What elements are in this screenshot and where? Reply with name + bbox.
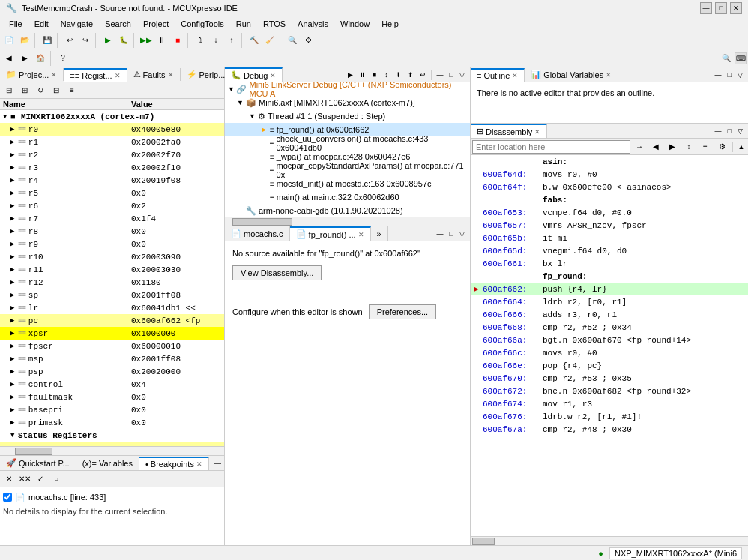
reg-hscrollbar[interactable] [0,446,224,455]
reg-row-r1[interactable]: ▶ ≡≡ r1 0x20002fa0 [0,136,224,148]
toolbar-stepinto-btn[interactable]: ↓ [208,33,223,48]
toolbar2-home-btn[interactable]: 🏠 [33,51,48,66]
tab-registers[interactable]: ≡≡ Regist... ✕ [64,68,127,82]
reg-hscroll-thumb[interactable] [15,448,52,455]
toolbar-new-btn[interactable]: 📄 [1,33,16,48]
outline-menu[interactable]: ▽ [735,70,745,79]
tab-fp-round-close[interactable]: ✕ [358,231,364,238]
breakpoint-checkbox[interactable] [3,493,12,502]
menu-search[interactable]: Search [99,18,137,30]
reg-expand-all[interactable]: ⊞ [17,83,32,98]
tab-project-close[interactable]: ✕ [51,71,57,79]
disasm-back-btn[interactable]: ◀ [648,139,663,154]
tab-outline-close[interactable]: ✕ [512,72,518,79]
disasm-row-66a[interactable]: 600af66a: bgt.n 0x600af670 <fp_round+14> [471,334,748,346]
source-panel-maximize[interactable]: □ [447,229,456,238]
menu-edit[interactable]: Edit [28,18,55,30]
toolbar-clean-btn[interactable]: 🧹 [262,33,277,48]
tab-disassembly-close[interactable]: ✕ [534,128,540,136]
debug-thread-row[interactable]: ▼ ⚙ Thread #1 1 (Suspended : Step) [225,109,470,123]
debug-ctrl-7[interactable]: ↩ [417,70,428,80]
reg-row-msp[interactable]: ▶ ≡≡ msp 0x2001ff08 [0,352,224,365]
reg-row-fpscr[interactable]: ▶ ≡≡ fpscr 0x60000010 [0,340,224,352]
toolbar2-search-icon[interactable]: 🔍 [719,51,734,66]
reg-filter[interactable]: ≡ [64,83,79,98]
debug-hscroll-thumb[interactable] [232,218,292,226]
menu-help[interactable]: Help [375,18,405,30]
tab-global-vars-close[interactable]: ✕ [606,71,612,79]
source-panel-minimize[interactable]: — [435,229,446,238]
debug-panel-minimize[interactable]: — [435,70,446,79]
debug-ctrl-6[interactable]: ⬆ [405,70,416,80]
tab-registers-close[interactable]: ✕ [115,72,121,79]
reg-row-r10[interactable]: ▶ ≡≡ r10 0x20003090 [0,250,224,263]
bp-removeall-btn[interactable]: ✕✕ [17,472,32,487]
menu-configtools[interactable]: ConfigTools [175,18,229,30]
menu-project[interactable]: Project [137,18,175,30]
reg-row-r7[interactable]: ▶ ≡≡ r7 0x1f4 [0,212,224,225]
reg-row-r5[interactable]: ▶ ≡≡ r5 0x0 [0,187,224,199]
disasm-row-664[interactable]: 600af664: ldrb r2, [r0, r1] [471,295,748,308]
bp-disable-btn[interactable]: ○ [49,472,64,487]
bottom-panel-minimize[interactable]: — [212,459,223,468]
disasm-fp-round-label[interactable]: fp_round: [471,270,748,283]
tab-mocachs[interactable]: 📄 mocachs.c [225,226,290,241]
disasm-row-672[interactable]: 600af672: bne.n 0x600af682 <fp_round+32> [471,385,748,397]
disasm-settings-btn[interactable]: ⚙ [714,139,729,154]
debug-ctrl-2[interactable]: ⏸ [358,70,368,80]
disassembly-maximize[interactable]: □ [726,127,734,136]
toolbar2-back-btn[interactable]: ◀ [1,51,16,66]
disasm-row-64f[interactable]: 600af64f: b.w 0x600efe00 <_asinacos> [471,181,748,193]
disasm-asin-label[interactable]: asin: [471,155,748,168]
reg-row-r0[interactable]: ▶ ≡≡ r0 0x40005e80 [0,123,224,136]
reg-row-r6[interactable]: ▶ ≡≡ r6 0x2 [0,199,224,212]
disasm-goto-btn[interactable]: → [632,139,647,154]
tab-outline[interactable]: ≡ Outline ✕ [471,68,525,82]
source-panel-menu[interactable]: ▽ [457,229,467,238]
toolbar-run-btn[interactable]: ▶ [100,33,115,48]
reg-row-lr[interactable]: ▶ ≡≡ lr 0x60041db1 << [0,301,224,314]
bp-remove-btn[interactable]: ✕ [1,472,16,487]
reg-row-pc[interactable]: ▶ ≡≡ pc 0x600af662 <fp [0,314,224,327]
reg-row-r8[interactable]: ▶ ≡≡ r8 0x0 [0,225,224,238]
menu-file[interactable]: File [3,18,28,30]
reg-row-r3[interactable]: ▶ ≡≡ r3 0x20002f10 [0,161,224,174]
disasm-row-661[interactable]: 600af661: bx lr [471,257,748,270]
menu-window[interactable]: Window [334,18,375,30]
maximize-button[interactable]: □ [715,2,727,14]
outline-minimize[interactable]: — [713,70,724,79]
disasm-row-674[interactable]: 600af674: mov r1, r3 [471,397,748,410]
disasm-row-65b[interactable]: 600af65b: it mi [471,232,748,244]
debug-frame-1[interactable]: ≡ check_uu_conversion() at mocachs.c:433… [225,136,470,150]
reg-row-primask[interactable]: ▶ ≡≡ primask 0x0 [0,416,224,429]
toolbar-search-btn[interactable]: 🔍 [285,33,300,48]
tab-project[interactable]: 📁 Projec... ✕ [0,68,64,81]
reg-row-r12[interactable]: ▶ ≡≡ r12 0x1180 [0,276,224,289]
reg-layout[interactable]: ⊟ [49,83,64,98]
toolbar-stepover-btn[interactable]: ⤵ [193,33,208,48]
tab-breakpoints[interactable]: • Breakpoints ✕ [139,457,209,470]
debug-ctrl-4[interactable]: ↕ [381,70,392,80]
disassembly-menu[interactable]: ▽ [735,127,745,136]
tab-global-vars[interactable]: 📊 Global Variables ✕ [525,68,618,82]
tab-quickstart[interactable]: 🚀 Quickstart P... [0,457,76,469]
reg-row-r2[interactable]: ▶ ≡≡ r2 0x20002f70 [0,148,224,161]
reg-row-r9[interactable]: ▶ ≡≡ r9 0x0 [0,238,224,250]
reg-group-root[interactable]: ▼ ■ MIMXRT1062xxxxA (cortex-m7) [0,110,224,123]
disasm-hscroll[interactable] [471,536,748,545]
toolbar-debug-btn[interactable]: 🐛 [116,33,131,48]
toolbar-open-btn[interactable]: 📂 [17,33,32,48]
close-button[interactable]: ✕ [730,2,742,14]
tab-debug[interactable]: 🐛 Debug ✕ [225,67,283,82]
menu-navigate[interactable]: Navigate [55,18,99,30]
reg-row-r4[interactable]: ▶ ≡≡ r4 0x20019f08 [0,174,224,187]
menu-rtos[interactable]: RTOS [257,18,292,30]
debug-panel-maximize[interactable]: □ [447,70,456,79]
disasm-row-670[interactable]: 600af670: cmp r2, #53 ; 0x35 [471,372,748,385]
tab-variables[interactable]: (x)= Variables [76,457,139,469]
disasm-row-676[interactable]: 600af676: ldrb.w r2, [r1, #1]! [471,410,748,423]
tab-faults-close[interactable]: ✕ [168,71,174,79]
toolbar-stop-btn[interactable]: ■ [170,33,185,48]
debug-ctrl-3[interactable]: ■ [370,70,380,80]
toolbar-undo-btn[interactable]: ↩ [62,33,77,48]
